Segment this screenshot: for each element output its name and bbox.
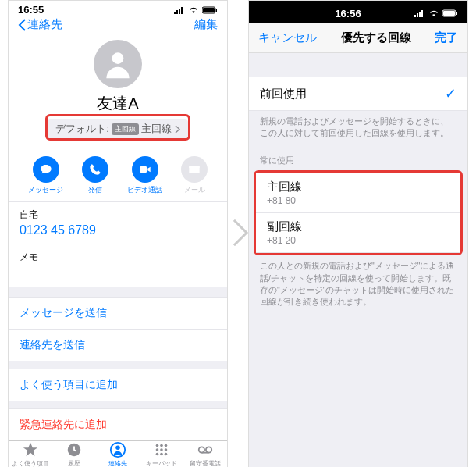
svg-point-17 bbox=[160, 448, 163, 451]
last-used-option[interactable]: 前回使用 ✓ bbox=[249, 77, 467, 111]
svg-point-22 bbox=[199, 447, 204, 452]
call-button[interactable]: 発信 bbox=[82, 156, 108, 195]
cancel-button[interactable]: キャンセル bbox=[258, 30, 317, 45]
highlight-default-line: デフォルト: 主回線 主回線 bbox=[45, 114, 190, 141]
svg-rect-9 bbox=[189, 166, 199, 173]
nav-bar: キャンセル 優先する回線 完了 bbox=[249, 23, 467, 53]
star-icon bbox=[22, 441, 39, 458]
svg-rect-31 bbox=[456, 12, 457, 15]
phone-number: 0123 45 6789 bbox=[20, 223, 216, 237]
done-button[interactable]: 完了 bbox=[435, 30, 458, 45]
chevron-left-icon bbox=[18, 19, 26, 31]
arrow-icon bbox=[233, 219, 250, 247]
tab-favorites[interactable]: よく使う項目 bbox=[9, 441, 52, 467]
tab-keypad[interactable]: キーパッド bbox=[140, 441, 183, 467]
svg-point-23 bbox=[206, 447, 211, 452]
highlight-lines: 主回線 +81 80 副回線 +81 20 bbox=[254, 170, 463, 255]
add-favorite-link[interactable]: よく使う項目に追加 bbox=[9, 369, 227, 401]
line-badge: 主回線 bbox=[112, 123, 139, 135]
signal-icon bbox=[174, 6, 185, 14]
line-list: 主回線 +81 80 副回線 +81 20 bbox=[256, 173, 460, 253]
message-button[interactable]: メッセージ bbox=[28, 156, 63, 195]
action-row: メッセージ 発信 ビデオ通話 メール bbox=[9, 148, 227, 201]
mail-icon bbox=[188, 163, 201, 176]
svg-point-21 bbox=[165, 453, 168, 456]
memo-section[interactable]: メモ bbox=[9, 244, 227, 287]
svg-point-16 bbox=[156, 448, 159, 451]
separator bbox=[9, 361, 227, 369]
send-contact-link[interactable]: 連絡先を送信 bbox=[9, 329, 227, 361]
default-line-button[interactable]: デフォルト: 主回線 主回線 bbox=[48, 119, 188, 138]
svg-rect-5 bbox=[203, 8, 215, 12]
svg-point-7 bbox=[112, 53, 124, 65]
nav-bar: 連絡先 編集 bbox=[9, 16, 227, 34]
signal-icon bbox=[414, 9, 425, 17]
contact-name: 友達A bbox=[97, 93, 138, 114]
note-last-used: 新規の電話およびメッセージを開始するときに、この人に対して前回使用した回線を使用… bbox=[249, 111, 467, 144]
svg-rect-0 bbox=[174, 12, 176, 14]
svg-rect-28 bbox=[421, 10, 423, 17]
keypad-icon bbox=[153, 441, 170, 458]
status-bar: 16:56 bbox=[249, 1, 467, 23]
svg-point-12 bbox=[115, 446, 120, 451]
section-header-always: 常に使用 bbox=[249, 144, 467, 170]
wifi-icon bbox=[188, 6, 199, 14]
phone-contact-detail: 16:55 連絡先 編集 友達A デフォルト: 主回線 主回線 メッセージ 発信… bbox=[8, 0, 228, 467]
status-time: 16:56 bbox=[335, 8, 361, 20]
phone-section[interactable]: 自宅 0123 45 6789 bbox=[9, 201, 227, 244]
video-icon bbox=[139, 163, 151, 176]
svg-rect-27 bbox=[419, 12, 421, 17]
svg-point-13 bbox=[156, 444, 159, 447]
svg-point-20 bbox=[160, 453, 163, 456]
tab-bar: よく使う項目 履歴 連絡先 キーパッド 留守番電話 bbox=[9, 440, 227, 467]
message-icon bbox=[40, 163, 52, 176]
tab-voicemail[interactable]: 留守番電話 bbox=[183, 441, 227, 467]
back-button[interactable]: 連絡先 bbox=[18, 17, 62, 32]
mail-button: メール bbox=[181, 156, 208, 195]
status-time: 16:55 bbox=[18, 4, 44, 16]
svg-rect-8 bbox=[140, 166, 147, 173]
status-icons bbox=[174, 6, 218, 14]
line-option-secondary[interactable]: 副回線 +81 20 bbox=[256, 212, 460, 252]
voicemail-icon bbox=[197, 441, 214, 458]
separator bbox=[9, 401, 227, 408]
tab-recents[interactable]: 履歴 bbox=[52, 441, 96, 467]
note-always: この人との新規の電話および"メッセージ"による通話/チャットを特定の回線を使って… bbox=[249, 255, 467, 312]
svg-rect-30 bbox=[443, 11, 455, 16]
svg-point-15 bbox=[165, 444, 168, 447]
checkmark-icon: ✓ bbox=[445, 85, 456, 102]
phone-line-priority: 16:56 キャンセル 優先する回線 完了 前回使用 ✓ 新規の電話およびメッセ… bbox=[248, 0, 468, 467]
chevron-right-icon bbox=[175, 125, 180, 134]
tab-contacts[interactable]: 連絡先 bbox=[96, 441, 140, 467]
send-message-link[interactable]: メッセージを送信 bbox=[9, 297, 227, 329]
memo-label: メモ bbox=[20, 251, 216, 264]
svg-rect-26 bbox=[417, 13, 418, 17]
svg-rect-3 bbox=[181, 7, 183, 14]
separator bbox=[9, 287, 227, 297]
line-option-primary[interactable]: 主回線 +81 80 bbox=[256, 173, 460, 212]
svg-rect-6 bbox=[216, 9, 217, 12]
svg-rect-25 bbox=[414, 15, 416, 17]
svg-point-14 bbox=[160, 444, 163, 447]
add-emergency-link[interactable]: 緊急連絡先に追加 bbox=[9, 408, 227, 440]
status-icons bbox=[414, 9, 458, 17]
video-button[interactable]: ビデオ通話 bbox=[127, 156, 162, 195]
contact-icon bbox=[109, 441, 126, 458]
battery-icon bbox=[442, 9, 458, 17]
clock-icon bbox=[66, 441, 83, 458]
wifi-icon bbox=[428, 9, 439, 17]
avatar bbox=[94, 40, 142, 88]
page-title: 優先する回線 bbox=[341, 30, 411, 45]
svg-point-19 bbox=[156, 453, 159, 456]
phone-label: 自宅 bbox=[20, 209, 216, 222]
status-bar: 16:55 bbox=[9, 1, 227, 16]
edit-button[interactable]: 編集 bbox=[194, 17, 218, 32]
phone-icon bbox=[89, 163, 101, 176]
svg-rect-2 bbox=[179, 9, 180, 14]
battery-icon bbox=[202, 6, 218, 14]
svg-rect-1 bbox=[176, 10, 178, 14]
svg-point-18 bbox=[165, 448, 168, 451]
profile-header: 友達A デフォルト: 主回線 主回線 bbox=[9, 34, 227, 148]
person-icon bbox=[101, 47, 135, 81]
